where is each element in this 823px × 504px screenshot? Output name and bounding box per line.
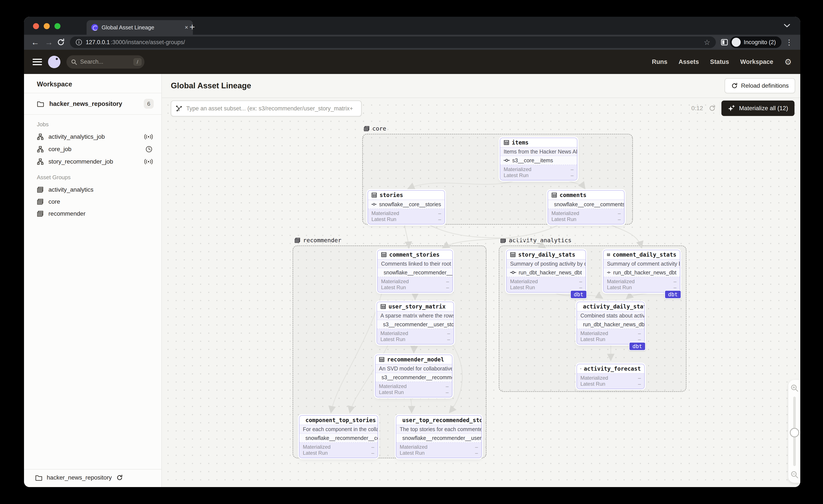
zoom-in-icon[interactable] <box>790 384 799 392</box>
asset-node-stories[interactable]: stories snowflake__core__stories Materia… <box>367 190 445 224</box>
refresh-icon[interactable] <box>116 474 123 481</box>
asset-node-component-top-stories[interactable]: component_top_stories For each component… <box>299 415 378 458</box>
page-title: Global Asset Lineage <box>171 81 251 90</box>
asset-node-items[interactable]: items Items from the Hacker News API: ea… <box>500 138 578 180</box>
asset-description: Summary of comment activity by day <box>604 260 680 268</box>
sidebar-item-group-recommender[interactable]: recommender <box>24 208 161 220</box>
asset-name: user_story_matrix <box>388 303 446 310</box>
sidebar-item-activity-analytics-job[interactable]: activity_analytics_job <box>24 131 161 143</box>
lineage-canvas[interactable]: core recommender <box>162 98 800 487</box>
sidebar-item-story-recommender-job[interactable]: story_recommender_job <box>24 156 161 168</box>
dagster-logo[interactable] <box>48 56 60 68</box>
close-tab-icon[interactable]: × <box>185 24 188 31</box>
nav-runs[interactable]: Runs <box>652 58 667 65</box>
page-header: Global Asset Lineage Reload definitions <box>162 74 800 98</box>
repo-row[interactable]: hacker_news_repository 6 <box>24 93 161 115</box>
asset-filter-input-wrap[interactable] <box>171 101 361 117</box>
asset-node-activity-daily-stats[interactable]: activity_daily_stats Combined stats abou… <box>577 302 645 344</box>
url-path: :3000/instance/asset-groups/ <box>111 39 185 46</box>
op-icon <box>607 271 611 274</box>
zoom-slider-handle[interactable] <box>790 428 799 437</box>
window-controls <box>33 23 60 29</box>
nav-workspace[interactable]: Workspace <box>740 58 773 65</box>
page-info-icon[interactable] <box>75 39 82 46</box>
browser-toolbar: ← → 127.0.0.1:3000/instance/asset-groups… <box>24 35 800 50</box>
sidebar-item-core-job[interactable]: core_job <box>24 143 161 156</box>
asset-node-user-story-matrix[interactable]: user_story_matrix A sparse matrix where … <box>376 302 454 344</box>
global-search[interactable]: Search... / <box>66 55 144 68</box>
side-panel-icon[interactable] <box>720 38 728 46</box>
close-window-button[interactable] <box>33 23 39 29</box>
elapsed-timer: 0:12 <box>691 105 703 112</box>
asset-node-activity-forecast[interactable]: activity_forecast Materialized– Latest R… <box>577 364 645 389</box>
asset-group-icon <box>37 210 44 217</box>
incognito-badge: Incognito (2) <box>730 36 782 48</box>
table-icon <box>371 192 377 198</box>
canvas-actions: 0:12 Materialize all (12) <box>691 101 795 116</box>
incognito-label: Incognito (2) <box>744 39 776 46</box>
asset-node-story-daily-stats[interactable]: story_daily_stats Summary of posting act… <box>506 250 586 293</box>
asset-group-icon <box>37 186 44 193</box>
op-name: snowflake__recommender__componen... <box>305 435 378 441</box>
sidebar-footer[interactable]: hacker_news_repository <box>24 469 161 487</box>
op-name: snowflake__recommender__user_top_reco... <box>402 435 481 441</box>
address-bar[interactable]: 127.0.0.1:3000/instance/asset-groups/ ☆ <box>70 36 716 48</box>
hamburger-menu-icon[interactable] <box>33 59 42 65</box>
asset-description: Summary of posting activity by day <box>507 260 586 268</box>
reload-definitions-button[interactable]: Reload definitions <box>724 78 795 93</box>
sidebar-item-group-activity-analytics[interactable]: activity_analytics <box>24 184 161 196</box>
back-button[interactable]: ← <box>29 38 41 47</box>
bookmark-star-icon[interactable]: ☆ <box>704 38 710 46</box>
op-name: snowflake__core__comments <box>554 201 624 207</box>
sidebar-item-group-core[interactable]: core <box>24 196 161 208</box>
asset-filter-input[interactable] <box>186 105 357 112</box>
table-icon <box>510 252 516 258</box>
asset-node-user-top-recommended-stories[interactable]: user_top_recommended_stories The top sto… <box>396 415 482 458</box>
asset-name: activity_forecast <box>584 365 641 372</box>
asset-name: comment_daily_stats <box>613 251 676 258</box>
op-icon <box>510 271 516 274</box>
refresh-icon <box>731 82 738 89</box>
browser-menu-icon[interactable]: ⋮ <box>783 38 795 46</box>
asset-name: recommender_model <box>387 356 444 363</box>
asset-name: comment_stories <box>389 251 440 258</box>
nav-status[interactable]: Status <box>710 58 729 65</box>
tab-search-chevron-icon[interactable] <box>784 24 790 27</box>
table-icon <box>581 366 581 371</box>
nav-assets[interactable]: Assets <box>679 58 699 65</box>
gear-icon[interactable]: ⚙ <box>784 57 792 67</box>
job-icon <box>37 133 44 140</box>
zoom-out-icon[interactable] <box>790 470 799 479</box>
asset-node-comments[interactable]: comments snowflake__core__comments Mater… <box>547 190 625 224</box>
asset-name: story_daily_stats <box>518 251 575 258</box>
forward-button[interactable]: → <box>43 38 55 47</box>
op-name: run_dbt_hacker_news_dbt <box>613 270 676 276</box>
jobs-section-label: Jobs <box>24 115 161 131</box>
asset-group-icon <box>37 198 44 205</box>
asset-description: For each component in the collaborative … <box>299 425 378 434</box>
asset-node-comment-daily-stats[interactable]: comment_daily_stats Summary of comment a… <box>603 250 680 293</box>
minimize-window-button[interactable] <box>44 23 50 29</box>
footer-repo-name: hacker_news_repository <box>47 474 112 481</box>
asset-node-comment-stories[interactable]: comment_stories Comments linked to their… <box>377 250 453 293</box>
asset-description: Items from the Hacker News API: each is … <box>500 148 577 156</box>
op-selector-icon <box>176 105 182 112</box>
maximize-window-button[interactable] <box>54 23 60 29</box>
table-icon <box>381 252 387 258</box>
job-icon <box>37 146 44 153</box>
browser-window: Global Asset Lineage × + ← → 127.0.0.1:3… <box>24 17 800 487</box>
asset-description: The top stories for each commenter (user… <box>396 425 481 434</box>
app-header: Search... / Runs Assets Status Workspace… <box>24 50 800 74</box>
dbt-badge: dbt <box>570 290 587 299</box>
asset-node-recommender-model[interactable]: recommender_model An SVD model for colla… <box>375 355 453 397</box>
new-tab-button[interactable]: + <box>189 22 195 32</box>
folder-icon <box>35 474 42 481</box>
materialize-all-button[interactable]: Materialize all (12) <box>721 101 795 116</box>
op-name: s3__recommender__user_story_matrix <box>383 321 454 328</box>
browser-tab[interactable]: Global Asset Lineage × <box>87 20 193 35</box>
refresh-icon[interactable] <box>708 105 716 112</box>
zoom-slider[interactable] <box>793 396 796 466</box>
table-icon <box>504 140 509 145</box>
reload-page-button[interactable] <box>56 38 65 46</box>
sensor-icon <box>144 159 153 165</box>
